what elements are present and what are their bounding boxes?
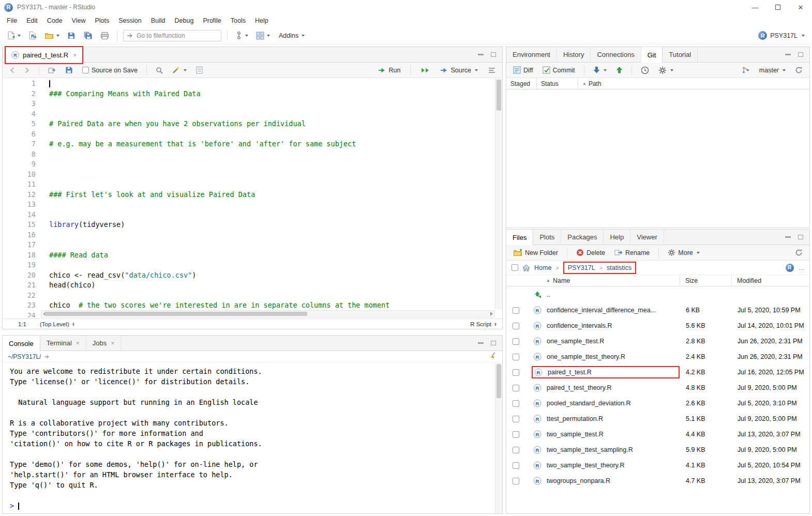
menu-item-profile[interactable]: Profile: [198, 16, 225, 26]
scrollbar-thumb[interactable]: [497, 364, 501, 398]
maximize-pane-icon[interactable]: [798, 52, 803, 57]
scrollbar-thumb[interactable]: [44, 312, 307, 316]
compile-report-button[interactable]: [193, 65, 205, 75]
maximize-window-button[interactable]: [766, 0, 789, 14]
menu-item-code[interactable]: Code: [42, 16, 67, 26]
code-tools-button[interactable]: [170, 65, 189, 75]
rename-button[interactable]: Rename: [612, 248, 652, 257]
select-all-checkbox[interactable]: [512, 264, 518, 271]
pull-button[interactable]: [591, 65, 609, 75]
menu-item-file[interactable]: File: [2, 16, 22, 26]
source-on-save-checkbox[interactable]: [82, 67, 89, 73]
close-icon[interactable]: ×: [76, 340, 80, 347]
menu-item-edit[interactable]: Edit: [22, 16, 42, 26]
new-file-button[interactable]: [5, 29, 23, 41]
breadcrumb-statistics[interactable]: statistics: [607, 264, 631, 271]
save-button[interactable]: [65, 30, 78, 41]
show-in-folder-icon[interactable]: [44, 354, 51, 359]
file-row[interactable]: Rttest_permutation.R5.1 KBJul 9, 2020, 5…: [506, 411, 809, 427]
project-selector[interactable]: R PSY317L: [758, 31, 807, 40]
console-prompt-line[interactable]: >: [10, 500, 495, 511]
more-button[interactable]: More: [665, 248, 702, 257]
column-size[interactable]: Size: [680, 275, 731, 286]
tab-history[interactable]: History: [557, 47, 591, 62]
file-row[interactable]: Rconfidence_intervals.R5.6 KBJul 14, 202…: [506, 318, 809, 333]
history-button[interactable]: [638, 65, 652, 75]
menu-item-plots[interactable]: Plots: [90, 16, 114, 26]
file-checkbox[interactable]: [513, 447, 519, 453]
tab-console[interactable]: Console: [3, 336, 40, 351]
find-replace-button[interactable]: [153, 66, 166, 75]
column-modified[interactable]: Modified: [731, 275, 809, 286]
console-output[interactable]: You are welcome to redistribute it under…: [3, 363, 495, 513]
tab-plots[interactable]: Plots: [533, 230, 561, 245]
file-checkbox[interactable]: [513, 400, 519, 407]
file-row[interactable]: Rtwogroups_nonpara.R4.7 KBJul 13, 2020, …: [506, 473, 809, 489]
file-checkbox[interactable]: [513, 416, 519, 422]
menu-item-view[interactable]: View: [67, 16, 91, 26]
file-checkbox[interactable]: [513, 307, 519, 314]
file-checkbox[interactable]: [513, 338, 519, 345]
open-file-button[interactable]: [42, 30, 62, 41]
new-project-button[interactable]: R: [26, 29, 39, 41]
close-icon[interactable]: ×: [111, 340, 114, 347]
files-refresh-button[interactable]: [792, 248, 805, 257]
commit-button[interactable]: Commit: [540, 65, 578, 75]
breadcrumb-overflow-button[interactable]: ...: [799, 264, 804, 271]
version-control-button[interactable]: [233, 29, 250, 41]
file-checkbox[interactable]: [513, 462, 519, 469]
addins-button[interactable]: Addins: [276, 31, 308, 41]
maximize-pane-icon[interactable]: [491, 52, 496, 57]
print-button[interactable]: [98, 30, 111, 41]
minimize-pane-icon[interactable]: [785, 54, 791, 55]
editor-vertical-scrollbar[interactable]: [495, 79, 502, 309]
scroll-right-icon[interactable]: [490, 312, 493, 316]
save-source-button[interactable]: [63, 65, 76, 75]
file-checkbox[interactable]: [513, 354, 519, 360]
file-row[interactable]: Rone_sample_ttest.R2.8 KBJun 26, 2020, 2…: [506, 333, 809, 349]
minimize-pane-icon[interactable]: [478, 54, 484, 55]
maximize-pane-icon[interactable]: [491, 341, 496, 345]
home-icon[interactable]: [522, 264, 530, 271]
close-window-button[interactable]: ✕: [789, 0, 812, 14]
file-type-selector[interactable]: R Script ▲▼: [470, 321, 497, 327]
editor-tab-paired-t-test[interactable]: R paired_t_test.R ×: [6, 48, 82, 63]
breadcrumb-home[interactable]: Home: [534, 264, 551, 271]
tab-packages[interactable]: Packages: [561, 230, 604, 245]
file-checkbox[interactable]: [513, 323, 519, 329]
file-checkbox[interactable]: [513, 385, 519, 391]
editor-horizontal-scrollbar[interactable]: [41, 310, 495, 317]
minimize-pane-icon[interactable]: [478, 342, 484, 344]
source-button[interactable]: Source: [438, 66, 480, 75]
menu-item-help[interactable]: Help: [250, 16, 273, 26]
tab-connections[interactable]: Connections: [591, 47, 641, 62]
source-on-save-toggle[interactable]: Source on Save: [80, 66, 140, 75]
tab-environment[interactable]: Environment: [506, 47, 557, 62]
diff-button[interactable]: Diff: [510, 65, 536, 75]
minimize-pane-icon[interactable]: [785, 236, 791, 238]
file-row[interactable]: Rpaired_t_test_theory.R4.8 KBJul 9, 2020…: [506, 380, 809, 396]
tab-jobs[interactable]: Jobs×: [86, 336, 121, 351]
breadcrumb-psy317l[interactable]: PSY317L: [568, 264, 595, 271]
tab-files[interactable]: Files: [506, 230, 533, 245]
menu-item-tools[interactable]: Tools: [226, 16, 250, 26]
column-staged[interactable]: Staged: [506, 78, 536, 89]
file-row[interactable]: Rtwo_sample_ttest_theory.R4.1 KBJul 5, 2…: [506, 458, 809, 473]
clear-console-button[interactable]: [489, 352, 497, 361]
branch-selector[interactable]: master: [757, 66, 788, 75]
file-checkbox[interactable]: [513, 369, 519, 376]
new-folder-button[interactable]: New Folder: [510, 248, 561, 257]
code-editor[interactable]: 12### Comparing Means with Paired Data34…: [3, 79, 495, 317]
menu-item-debug[interactable]: Debug: [170, 16, 199, 26]
scope-selector[interactable]: (Top Level) ▲▼: [40, 321, 75, 327]
delete-button[interactable]: Delete: [574, 248, 608, 257]
forward-button[interactable]: [22, 66, 33, 74]
column-path[interactable]: ▲ Path: [578, 78, 809, 89]
file-row-up-directory[interactable]: ..: [506, 287, 809, 302]
file-row[interactable]: Rconfidence_interval_difference_mea...6 …: [506, 302, 809, 318]
close-icon[interactable]: ×: [73, 52, 77, 59]
goto-file-function-input[interactable]: [137, 32, 214, 39]
column-name[interactable]: ▲ Name: [533, 275, 680, 286]
tab-viewer[interactable]: Viewer: [630, 230, 664, 245]
back-button[interactable]: [7, 66, 18, 74]
